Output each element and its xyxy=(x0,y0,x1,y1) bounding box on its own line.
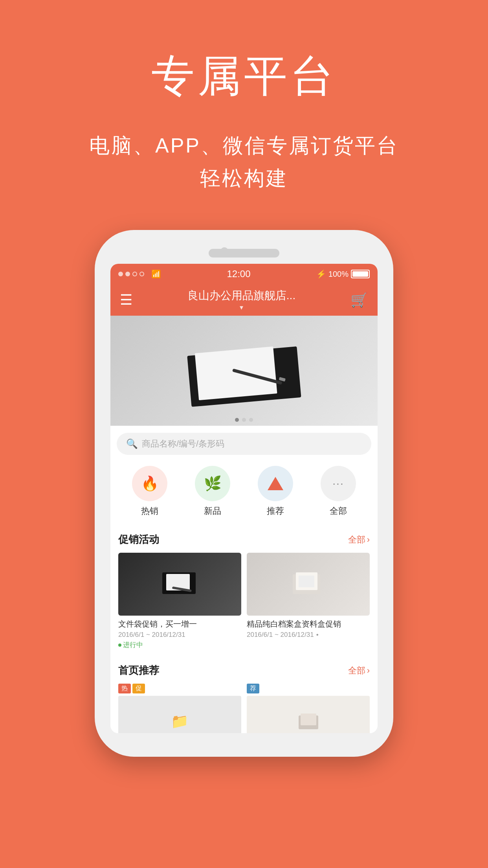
status-time: 12:00 xyxy=(227,268,250,280)
page-background: 专属平台 电脑、APP、微信专属订货平台 轻松构建 📶 xyxy=(0,0,488,868)
nav-center: 良山办公用品旗舰店... ▾ xyxy=(187,288,295,312)
search-placeholder-text: 商品名称/编号/条形码 xyxy=(142,438,224,450)
menu-icon[interactable]: ☰ xyxy=(120,292,132,308)
promo-image-2 xyxy=(247,553,370,616)
signal-dot-2 xyxy=(125,272,130,276)
promo-section-title: 促销活动 xyxy=(118,533,159,546)
phone-speaker xyxy=(209,249,279,257)
signal-dot-3 xyxy=(132,272,137,276)
promo-date-1: 2016/6/1 ~ 2016/12/31 xyxy=(118,631,185,639)
battery-fill xyxy=(352,271,368,277)
svg-rect-1 xyxy=(195,347,277,401)
status-left: 📶 xyxy=(118,269,161,279)
status-bar: 📶 12:00 ⚡ 100% xyxy=(110,264,378,284)
banner-dot-3 xyxy=(249,418,253,422)
nav-dropdown-indicator: ▾ xyxy=(240,303,243,312)
promo-grid: 文件袋促销，买一增一 2016/6/1 ~ 2016/12/31 进行中 xyxy=(118,553,370,649)
triangle-icon xyxy=(268,477,283,490)
category-hot[interactable]: 🔥 热销 xyxy=(132,466,167,517)
promo-section: 促销活动 全部 › xyxy=(110,526,378,656)
rec-product-1[interactable]: 热 促 📁 xyxy=(118,684,241,733)
rec-chevron-right-icon: › xyxy=(367,666,370,676)
chevron-right-icon: › xyxy=(367,535,370,545)
rec-section-title: 首页推荐 xyxy=(118,664,159,677)
promo-name-2: 精品纯白档案盒资料盒促销 xyxy=(247,619,370,629)
category-all[interactable]: ··· 全部 xyxy=(321,466,356,517)
rec-product-image-2 xyxy=(247,696,370,733)
recommend-section: 首页推荐 全部 › 热 促 xyxy=(110,657,378,733)
nav-title: 良山办公用品旗舰店... xyxy=(187,288,295,303)
rec-tags-2: 荐 xyxy=(247,684,370,693)
battery-pct: 100% xyxy=(328,270,349,279)
promo-item-2[interactable]: 精品纯白档案盒资料盒促销 2016/6/1 ~ 2016/12/31 • xyxy=(247,553,370,649)
promo-status-dot-2: • xyxy=(316,631,319,639)
tag-promo: 促 xyxy=(132,684,145,693)
banner-dot-2 xyxy=(242,418,246,422)
banner-pagination xyxy=(235,418,253,422)
promo-date-row-2: 2016/6/1 ~ 2016/12/31 • xyxy=(247,631,370,639)
cat-label-all: 全部 xyxy=(330,505,347,517)
rec-product-grid: 热 促 📁 荐 xyxy=(118,684,370,733)
hot-icon-circle: 🔥 xyxy=(132,466,167,501)
status-right: ⚡ 100% xyxy=(316,269,370,279)
cat-label-rec: 推荐 xyxy=(267,505,284,517)
rec-icon-circle xyxy=(258,466,293,501)
product-banner[interactable] xyxy=(110,316,378,426)
svg-rect-9 xyxy=(299,576,314,587)
promo-more-link[interactable]: 全部 › xyxy=(348,534,370,546)
nav-bar: ☰ 良山办公用品旗舰店... ▾ 🛒 xyxy=(110,284,378,316)
rec-product-image-1: 📁 xyxy=(118,696,241,733)
tag-new: 荐 xyxy=(247,684,259,693)
active-dot xyxy=(118,644,121,647)
category-new[interactable]: 🌿 新品 xyxy=(195,466,230,517)
phone-mockup: 📶 12:00 ⚡ 100% ☰ 良山办公用品旗舰店... xyxy=(95,230,393,757)
promo-date-row-1: 2016/6/1 ~ 2016/12/31 xyxy=(118,631,241,639)
phone-screen: 📶 12:00 ⚡ 100% ☰ 良山办公用品旗舰店... xyxy=(110,264,378,733)
search-icon: 🔍 xyxy=(126,438,138,449)
tag-hot: 热 xyxy=(118,684,131,693)
category-row: 🔥 热销 🌿 新品 推荐 ··· 全部 xyxy=(110,462,378,525)
promo-item-1[interactable]: 文件袋促销，买一增一 2016/6/1 ~ 2016/12/31 进行中 xyxy=(118,553,241,649)
promo-status-1: 进行中 xyxy=(118,640,143,649)
banner-dot-1 xyxy=(235,418,239,422)
rec-more-link[interactable]: 全部 › xyxy=(348,665,370,677)
promo-status-row-1: 进行中 xyxy=(118,640,241,649)
cat-label-new: 新品 xyxy=(204,505,221,517)
signal-dot-1 xyxy=(118,272,123,276)
rec-product-icon-1: 📁 xyxy=(171,713,189,730)
all-icon-circle: ··· xyxy=(321,466,356,501)
lightning-icon: ⚡ xyxy=(316,269,326,279)
cart-icon[interactable]: 🛒 xyxy=(350,292,368,308)
rec-product-2[interactable]: 荐 xyxy=(247,684,370,733)
promo-image-1 xyxy=(118,553,241,616)
cat-label-hot: 热销 xyxy=(141,505,158,517)
battery-bar xyxy=(351,270,370,278)
rec-tags-1: 热 促 xyxy=(118,684,241,693)
search-bar[interactable]: 🔍 商品名称/编号/条形码 xyxy=(117,433,371,455)
rec-section-header: 首页推荐 全部 › xyxy=(118,664,370,677)
hero-title: 专属平台 xyxy=(151,47,337,106)
category-recommend[interactable]: 推荐 xyxy=(258,466,293,517)
banner-product-image xyxy=(177,327,311,414)
promo-section-header: 促销活动 全部 › xyxy=(118,533,370,546)
signal-dot-4 xyxy=(139,272,144,276)
phone-outer: 📶 12:00 ⚡ 100% ☰ 良山办公用品旗舰店... xyxy=(95,230,393,757)
new-icon-circle: 🌿 xyxy=(195,466,230,501)
hero-subtitle: 电脑、APP、微信专属订货平台 轻松构建 xyxy=(89,129,399,195)
promo-name-1: 文件袋促销，买一增一 xyxy=(118,619,241,629)
wifi-icon: 📶 xyxy=(151,269,161,279)
promo-date-2: 2016/6/1 ~ 2016/12/31 xyxy=(247,631,314,639)
svg-rect-11 xyxy=(301,714,316,725)
